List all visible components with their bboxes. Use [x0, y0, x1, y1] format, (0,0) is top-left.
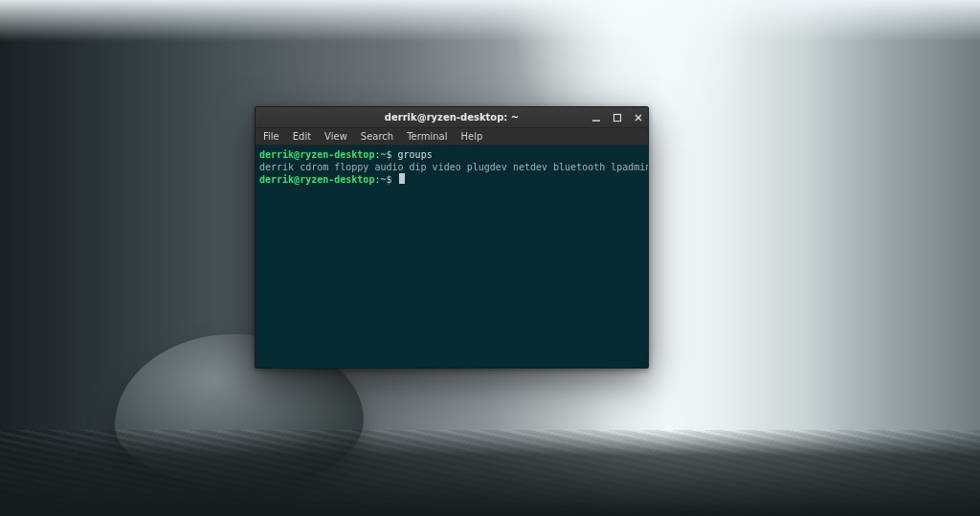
prompt-user-host: derrik@ryzen-desktop — [259, 149, 374, 160]
menu-terminal[interactable]: Terminal — [405, 130, 449, 143]
desktop: derrik@ryzen-desktop: ~ File Edit View S… — [0, 0, 980, 516]
terminal-body[interactable]: derrik@ryzen-desktop:~$ groups derrik cd… — [256, 146, 648, 368]
menu-view[interactable]: View — [323, 130, 349, 143]
window-controls — [590, 107, 644, 128]
cursor-icon — [399, 173, 405, 184]
prompt-symbol: $ — [386, 174, 391, 185]
terminal-line: derrik cdrom floppy audio dip video plug… — [259, 161, 644, 173]
menu-file[interactable]: File — [261, 130, 281, 143]
prompt-symbol: $ — [386, 149, 391, 160]
minimize-icon — [591, 113, 601, 123]
maximize-button[interactable] — [612, 112, 623, 123]
prompt-user-host: derrik@ryzen-desktop — [259, 174, 374, 185]
titlebar[interactable]: derrik@ryzen-desktop: ~ — [256, 107, 648, 128]
output-text: derrik cdrom floppy audio dip video plug… — [259, 162, 648, 172]
menu-search[interactable]: Search — [359, 130, 395, 143]
menubar: File Edit View Search Terminal Help — [256, 128, 648, 146]
wallpaper-ground — [0, 430, 980, 516]
close-icon — [634, 113, 643, 123]
maximize-icon — [612, 113, 622, 123]
minimize-button[interactable] — [590, 112, 602, 123]
svg-rect-1 — [614, 115, 621, 122]
terminal-line: derrik@ryzen-desktop:~$ groups — [259, 148, 644, 161]
terminal-window: derrik@ryzen-desktop: ~ File Edit View S… — [255, 106, 649, 369]
menu-help[interactable]: Help — [458, 130, 484, 143]
menu-edit[interactable]: Edit — [291, 130, 313, 143]
terminal-line: derrik@ryzen-desktop:~$ — [259, 173, 644, 186]
window-title: derrik@ryzen-desktop: ~ — [385, 112, 519, 123]
close-button[interactable] — [633, 112, 644, 123]
command-text: groups — [398, 149, 433, 160]
